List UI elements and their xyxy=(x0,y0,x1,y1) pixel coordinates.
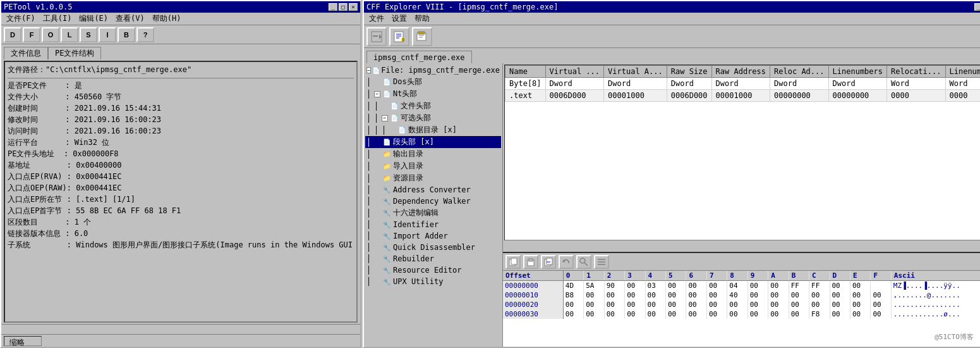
file-icon: 📄 xyxy=(397,125,407,135)
toolbar-btn-i[interactable]: I xyxy=(99,27,116,42)
cell-1-0: .text xyxy=(505,90,546,102)
petool-scrollbar-h[interactable] xyxy=(1,324,360,334)
petool-menu-bar: 文件(F) 工具(I) 编辑(E) 查看(V) 帮助(H) xyxy=(1,13,360,25)
file-path-label: 文件路径："C:\cntflx\ipmsg_cntf_merge.exe" xyxy=(8,65,354,75)
col-header-6: Linenumbers xyxy=(828,66,886,78)
hex-byte-1-0: B8 xyxy=(563,290,583,300)
cff-toolbar-btn-2[interactable]: H xyxy=(389,27,409,46)
tree-label-18: UPX Utility xyxy=(393,277,443,286)
hex-btn-search[interactable] xyxy=(576,255,591,269)
petool-minimize-btn[interactable]: _ xyxy=(329,3,337,11)
expand-btn-0[interactable]: − xyxy=(366,67,371,73)
hex-byte-1-12: 00 xyxy=(809,290,830,300)
tree-item-18[interactable]: │🔧UPX Utility xyxy=(365,276,501,287)
tool-icon: 🔧 xyxy=(382,254,392,264)
tree-item-9[interactable]: │📁资源目录 xyxy=(365,172,501,184)
tree-item-0[interactable]: −📄File: ipmsg_cntf_merge.exe xyxy=(365,65,501,76)
cff-scrollbar-h[interactable] xyxy=(503,242,980,252)
hex-row-3: 00000030000000000000000000000000F8000000… xyxy=(503,309,980,319)
hex-byte-3-9: 00 xyxy=(747,309,768,319)
hex-header-1: 0 xyxy=(563,271,583,281)
tree-item-4[interactable]: ││−📄可选头部 xyxy=(365,112,501,124)
tree-item-2[interactable]: │−📄Nt头部 xyxy=(365,88,501,100)
toolbar-btn-s[interactable]: S xyxy=(80,27,97,42)
hex-byte-1-13: 00 xyxy=(830,290,850,300)
hex-btn-copy[interactable] xyxy=(505,255,521,269)
tree-item-12[interactable]: │🔧十六进制编辑 xyxy=(365,207,501,219)
hex-btn-3[interactable] xyxy=(541,255,556,269)
cell-1-5: 00000000 xyxy=(770,90,828,102)
petool-titlebar: PETool v1.0.0.5 _ □ × xyxy=(1,1,360,13)
hex-byte-2-9: 00 xyxy=(747,300,768,309)
folder-icon: 📁 xyxy=(382,173,392,183)
tab-file-info[interactable]: 文件信息 xyxy=(4,47,48,59)
hex-header-0: Offset xyxy=(503,271,563,281)
petool-menu-view[interactable]: 查看(V) xyxy=(112,13,148,25)
tree-item-13[interactable]: │🔧Identifier xyxy=(365,219,501,230)
petool-maximize-btn[interactable]: □ xyxy=(339,3,348,11)
petool-menu-edit[interactable]: 编辑(E) xyxy=(75,13,112,25)
expand-btn-2[interactable]: − xyxy=(374,91,380,97)
table-row-1: .text0006D000000010000006D00000001000000… xyxy=(505,90,981,102)
tree-item-17[interactable]: │🔧Resource Editor xyxy=(365,264,501,276)
tree-label-1: Dos头部 xyxy=(393,77,422,87)
tree-item-3[interactable]: ││📄文件头部 xyxy=(365,100,501,112)
cff-menu-file[interactable]: 文件 xyxy=(365,13,388,25)
petool-menu-file[interactable]: 文件(F) xyxy=(3,13,39,25)
tree-item-16[interactable]: │🔧Rebuilder xyxy=(365,253,501,264)
cff-menu-help[interactable]: 帮助 xyxy=(411,13,433,25)
tree-item-8[interactable]: │📁导入目录 xyxy=(365,160,501,172)
col-header-0: Name xyxy=(505,66,546,78)
tree-item-11[interactable]: │🔧Dependency Walker xyxy=(365,196,501,207)
cff-title: CFF Explorer VIII - [ipmsg_cntf_merge.ex… xyxy=(366,3,558,11)
cff-toolbar-btn-3[interactable] xyxy=(412,27,432,46)
toolbar-btn-o[interactable]: O xyxy=(42,27,59,42)
cff-main: −📄File: ipmsg_cntf_merge.exe│📄Dos头部│−📄Nt… xyxy=(364,63,980,347)
cff-file-tab[interactable]: ipmsg_cntf_merge.exe xyxy=(366,51,472,63)
tree-item-14[interactable]: │🔧Import Adder xyxy=(365,230,501,242)
cff-menu-settings[interactable]: 设置 xyxy=(388,13,411,25)
toolbar-btn-d[interactable]: D xyxy=(4,27,21,42)
tab-pe-structure[interactable]: PE文件结构 xyxy=(48,47,101,59)
toolbar-btn-b[interactable]: B xyxy=(118,27,135,42)
cff-toolbar-btn-1[interactable] xyxy=(366,27,387,46)
hex-byte-0-5: 00 xyxy=(666,281,686,291)
cell-0-3: Dword xyxy=(667,78,711,90)
svg-text:H: H xyxy=(402,38,404,42)
petool-close-btn[interactable]: × xyxy=(349,3,358,11)
tree-item-7[interactable]: │📁输出目录 xyxy=(365,148,501,160)
hex-data-table: Offset0123456789ABCDEFAscii000000004D5A9… xyxy=(503,271,980,319)
tree-item-6[interactable]: │📄段头部 [x] xyxy=(365,136,501,148)
hex-btn-paste[interactable] xyxy=(523,255,538,269)
hex-byte-2-15: 00 xyxy=(871,300,891,309)
file-icon: 📄 xyxy=(382,77,392,87)
petool-menu-help[interactable]: 帮助(H) xyxy=(148,13,185,25)
hex-byte-1-9: 00 xyxy=(747,290,768,300)
file-icon: 📄 xyxy=(389,101,399,111)
hex-byte-2-1: 00 xyxy=(584,300,604,309)
cell-1-3: 0006D000 xyxy=(667,90,711,102)
tree-item-5[interactable]: │││📄数据目录 [x] xyxy=(365,124,501,136)
toolbar-btn-help[interactable]: ? xyxy=(136,27,154,42)
hex-byte-1-1: 00 xyxy=(584,290,604,300)
tree-label-13: Identifier xyxy=(393,220,439,229)
tool-icon: 🔧 xyxy=(382,220,392,230)
hex-btn-undo[interactable] xyxy=(559,255,574,269)
toolbar-btn-l[interactable]: L xyxy=(61,27,78,42)
hex-byte-0-8: 04 xyxy=(727,281,747,291)
tree-item-10[interactable]: │🔧Address Converter xyxy=(365,184,501,196)
petool-menu-tools[interactable]: 工具(I) xyxy=(39,13,76,25)
tree-label-11: Dependency Walker xyxy=(393,197,471,206)
tree-label-0: File: ipmsg_cntf_merge.exe xyxy=(381,66,500,75)
hex-btn-format[interactable] xyxy=(594,255,609,269)
cff-minimize-btn[interactable]: _ xyxy=(974,3,980,11)
hex-byte-0-14: 00 xyxy=(850,281,870,291)
file-details: 是否PE文件 : 是 文件大小 : 450560 字节 创建时间 : 2021.… xyxy=(8,80,354,251)
cell-1-2: 00001000 xyxy=(604,90,667,102)
toolbar-btn-f[interactable]: F xyxy=(23,27,40,42)
hex-byte-3-4: 00 xyxy=(645,309,665,319)
tree-item-1[interactable]: │📄Dos头部 xyxy=(365,76,501,88)
cff-menu-bar: 文件 设置 帮助 xyxy=(364,13,980,25)
tree-item-15[interactable]: │🔧Quick Disassembler xyxy=(365,242,501,253)
expand-btn-4[interactable]: − xyxy=(382,115,388,121)
